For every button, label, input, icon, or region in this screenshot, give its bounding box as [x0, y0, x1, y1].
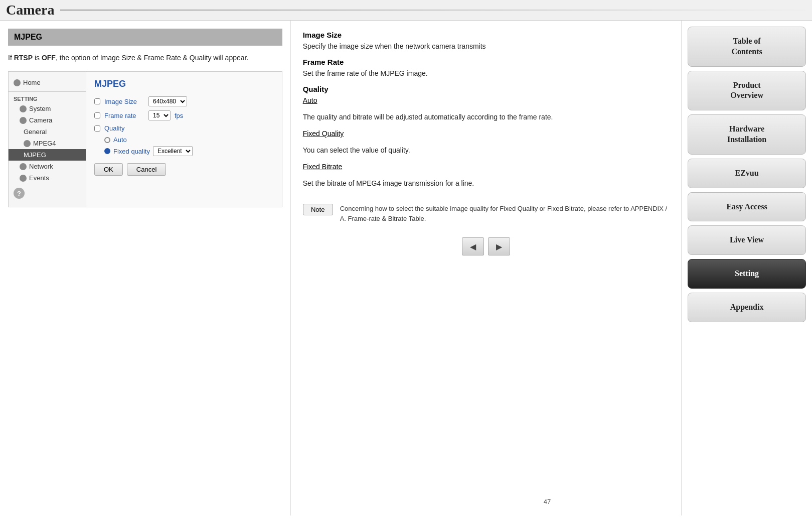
- nav-live-view[interactable]: Live View: [688, 225, 806, 255]
- quality-auto-label: Auto: [303, 95, 670, 106]
- fps-label: fps: [175, 112, 183, 119]
- quality-options-block: Auto Fixed quality Excellent Good Standa…: [104, 136, 274, 156]
- sidebar-item-system[interactable]: System: [9, 103, 86, 114]
- frame-rate-title: Frame Rate: [303, 58, 670, 66]
- sidebar-label-network: Network: [29, 163, 53, 170]
- sidebar-item-mpeg4[interactable]: MPEG4: [9, 138, 86, 149]
- fixed-quality-label: Fixed quality: [113, 148, 150, 155]
- section-header: MJPEG: [8, 29, 282, 46]
- title-bar: Camera: [0, 0, 812, 21]
- auto-radio[interactable]: [104, 137, 110, 143]
- sidebar-section-label: SETTING: [9, 94, 86, 103]
- fixed-quality-row: Fixed quality Excellent Good Standard: [104, 146, 274, 156]
- page-title: Camera: [6, 2, 54, 18]
- sidebar-label-mpeg4: MPEG4: [33, 140, 56, 147]
- quality-title: Quality: [303, 85, 670, 93]
- nav-setting[interactable]: Setting: [688, 259, 806, 289]
- middle-panel: Image Size Specify the image size when t…: [291, 21, 682, 515]
- quality-fixed-text: You can select the value of quality.: [303, 145, 670, 156]
- events-icon: [20, 175, 27, 182]
- main-layout: MJPEG If RTSP is OFF, the option of Imag…: [0, 21, 812, 515]
- quality-checkbox[interactable]: [94, 125, 100, 132]
- sidebar-label-events: Events: [29, 174, 49, 182]
- sidebar-ui: Home SETTING System Camera General MP: [8, 71, 282, 207]
- sidebar-label-camera: Camera: [29, 116, 52, 124]
- sidebar-item-home[interactable]: Home: [9, 76, 86, 89]
- nav-appendix[interactable]: Appendix: [688, 293, 806, 322]
- nav-product-overview[interactable]: ProductOverview: [688, 71, 806, 111]
- quality-fixed-label: Fixed Quality: [303, 128, 670, 139]
- ok-button[interactable]: OK: [94, 163, 123, 176]
- sidebar-divider: [9, 91, 86, 92]
- home-icon: [14, 79, 21, 86]
- help-icon[interactable]: ?: [14, 188, 25, 199]
- form-title: MJPEG: [94, 79, 274, 89]
- fixed-quality-radio[interactable]: [104, 148, 110, 154]
- quality-bitrate-text: Set the bitrate of MPEG4 image transmiss…: [303, 178, 670, 189]
- system-icon: [20, 105, 27, 112]
- nav-table-of-contents[interactable]: Table ofContents: [688, 27, 806, 67]
- fixed-quality-select[interactable]: Excellent Good Standard: [153, 146, 193, 156]
- prev-button[interactable]: ◀: [462, 237, 484, 255]
- mjpeg-form: MJPEG Image Size 640x480 320x240 160x120…: [86, 72, 282, 207]
- sidebar-item-mjpeg[interactable]: MJPEG: [9, 149, 86, 161]
- nav-hardware-installation[interactable]: HardwareInstallation: [688, 114, 806, 155]
- left-panel: MJPEG If RTSP is OFF, the option of Imag…: [0, 21, 291, 515]
- quality-label: Quality: [104, 124, 144, 132]
- auto-label: Auto: [113, 136, 127, 144]
- nav-arrows: ◀ ▶: [303, 237, 670, 255]
- form-buttons: OK Cancel: [94, 163, 274, 176]
- note-text: Concerning how to select the suitable im…: [340, 204, 670, 223]
- right-nav-panel: Table ofContents ProductOverview Hardwar…: [682, 21, 812, 515]
- frame-rate-label: Frame rate: [104, 112, 144, 119]
- sidebar-item-events[interactable]: Events: [9, 172, 86, 184]
- camera-icon: [20, 117, 27, 124]
- frame-rate-checkbox[interactable]: [94, 112, 100, 118]
- intro-text: If RTSP is OFF, the option of Image Size…: [8, 53, 282, 63]
- sidebar-item-camera[interactable]: Camera: [9, 114, 86, 126]
- frame-rate-text: Set the frame rate of the MJPEG image.: [303, 68, 670, 79]
- image-size-label: Image Size: [104, 98, 144, 105]
- sidebar-label-general: General: [24, 128, 47, 136]
- fixed-bitrate-underline: Fixed Bitrate: [303, 163, 343, 171]
- image-size-title: Image Size: [303, 31, 670, 39]
- frame-rate-row: Frame rate 15 30 5 fps: [94, 110, 274, 120]
- next-button[interactable]: ▶: [488, 237, 510, 255]
- sidebar-label-system: System: [29, 105, 51, 112]
- frame-rate-select[interactable]: 15 30 5: [148, 110, 171, 120]
- image-size-text: Specify the image size when the network …: [303, 41, 670, 52]
- note-badge: Note: [303, 204, 333, 215]
- image-size-checkbox[interactable]: [94, 98, 100, 104]
- mpeg4-icon: [24, 140, 31, 147]
- quality-auto-text: The quality and bitrate will be adjusted…: [303, 112, 670, 122]
- nav-ezvuu[interactable]: EZvuu: [688, 159, 806, 188]
- page-number: 47: [544, 498, 551, 505]
- cancel-button[interactable]: Cancel: [127, 163, 166, 176]
- image-size-row: Image Size 640x480 320x240 160x120: [94, 96, 274, 106]
- auto-underline: Auto: [303, 96, 317, 104]
- sidebar-item-network[interactable]: Network: [9, 161, 86, 172]
- note-box: Note Concerning how to select the suitab…: [303, 204, 670, 223]
- network-icon: [20, 163, 27, 170]
- quality-row: Quality: [94, 124, 274, 132]
- fixed-quality-underline: Fixed Quality: [303, 130, 344, 138]
- image-size-select[interactable]: 640x480 320x240 160x120: [148, 96, 187, 106]
- sidebar-nav: Home SETTING System Camera General MP: [9, 72, 86, 207]
- title-divider: [60, 10, 806, 11]
- home-label: Home: [23, 79, 41, 86]
- quality-bitrate-label: Fixed Bitrate: [303, 162, 670, 172]
- nav-easy-access[interactable]: Easy Access: [688, 192, 806, 222]
- sidebar-item-general[interactable]: General: [9, 126, 86, 138]
- sidebar-label-mjpeg: MJPEG: [24, 151, 46, 159]
- auto-quality-row: Auto: [104, 136, 274, 144]
